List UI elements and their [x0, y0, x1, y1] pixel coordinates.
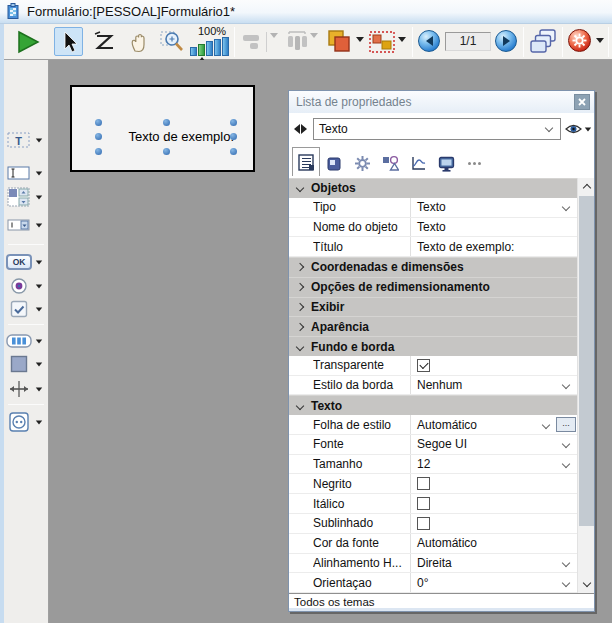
property-value-checkbox[interactable]: [410, 356, 579, 375]
property-value-text[interactable]: Automático: [410, 534, 579, 553]
property-row[interactable]: Transparente: [289, 356, 579, 376]
selection-handle[interactable]: [163, 119, 170, 126]
settings-dropdown-button[interactable]: [596, 38, 604, 43]
next-object-button[interactable]: [301, 124, 307, 134]
tab-property-list[interactable]: [292, 147, 320, 176]
stylesheet-ellipsis-button[interactable]: ...: [556, 417, 576, 432]
previous-object-button[interactable]: [294, 124, 300, 134]
visibility-options-button[interactable]: [565, 119, 593, 139]
previous-page-button[interactable]: [418, 30, 440, 52]
group-dropdown-button[interactable]: [398, 37, 406, 42]
property-group-header[interactable]: Aparência: [289, 316, 579, 336]
selection-handle[interactable]: [95, 133, 102, 140]
property-row[interactable]: Itálico: [289, 494, 579, 514]
next-page-button[interactable]: [495, 30, 517, 52]
selection-handle[interactable]: [230, 148, 237, 155]
property-value-text[interactable]: Texto: [410, 218, 579, 237]
text-object[interactable]: Texto de exemplo:: [98, 122, 234, 151]
property-value-dropdown[interactable]: Texto: [410, 198, 579, 217]
run-form-button[interactable]: [14, 28, 42, 56]
align-objects-button[interactable]: [241, 30, 263, 52]
selection-handle[interactable]: [163, 148, 170, 155]
zoom-level-widget[interactable]: 100%: [188, 25, 236, 59]
panel-close-button[interactable]: [574, 94, 590, 110]
tab-data-source[interactable]: [320, 151, 348, 176]
property-value-checkbox[interactable]: [410, 514, 579, 533]
scroll-up-button[interactable]: [578, 178, 595, 195]
select-tool-button[interactable]: [54, 27, 83, 56]
property-group-header[interactable]: Opções de redimensionamento: [289, 277, 579, 297]
text-tool[interactable]: T: [4, 128, 48, 152]
scroll-down-button[interactable]: [578, 576, 595, 593]
property-row[interactable]: Nome do objetoTexto: [289, 218, 579, 238]
panel-title-bar[interactable]: Lista de propriedades: [289, 91, 594, 113]
property-row[interactable]: TítuloTexto de exemplo:: [289, 237, 579, 257]
checkbox[interactable]: [417, 477, 430, 490]
group-objects-button[interactable]: [368, 30, 396, 54]
property-value-dropdown[interactable]: 12: [410, 455, 579, 474]
tab-action[interactable]: [348, 151, 376, 176]
form-editor-window: Formulário:[PESSOAL]Formulário1* 100%: [0, 0, 612, 623]
page-indicator[interactable]: 1/1: [445, 32, 491, 51]
tab-objects[interactable]: [376, 151, 404, 176]
property-group-header[interactable]: Coordenadas e dimensões: [289, 257, 579, 277]
selection-handle[interactable]: [230, 133, 237, 140]
checkbox-tool[interactable]: [4, 297, 48, 321]
property-value-dropdown[interactable]: Nenhum: [410, 376, 579, 395]
zoom-tool-button[interactable]: [156, 27, 187, 56]
property-row[interactable]: TipoTexto: [289, 198, 579, 218]
property-value-dropdown[interactable]: Direita: [410, 554, 579, 573]
radio-tool[interactable]: [4, 274, 48, 298]
property-row[interactable]: FonteSegoe UI: [289, 435, 579, 455]
form-pages-button[interactable]: [528, 28, 558, 56]
property-value-dropdown-ellipsis[interactable]: Automático...: [410, 415, 579, 434]
layering-button[interactable]: [324, 27, 354, 57]
property-group-header[interactable]: Objetos: [289, 178, 579, 198]
property-group-header[interactable]: Exibir: [289, 297, 579, 317]
checkbox[interactable]: [417, 497, 430, 510]
property-group-header[interactable]: Texto: [289, 395, 579, 415]
selection-handle[interactable]: [95, 148, 102, 155]
checkbox[interactable]: [417, 359, 430, 372]
property-row[interactable]: Alinhamento H...Direita: [289, 554, 579, 574]
property-value-text[interactable]: Texto de exemplo:: [410, 237, 579, 256]
property-row[interactable]: Tamanho12: [289, 455, 579, 475]
button-tool[interactable]: OK: [4, 250, 48, 274]
property-value-checkbox[interactable]: [410, 474, 579, 493]
checkbox[interactable]: [417, 517, 430, 530]
property-value-checkbox[interactable]: [410, 494, 579, 513]
combobox-tool[interactable]: [4, 213, 48, 237]
splitter-tool[interactable]: [4, 377, 48, 401]
align-dropdown-button[interactable]: [270, 33, 278, 38]
tab-more[interactable]: [460, 151, 488, 176]
object-selector-dropdown[interactable]: Texto: [313, 118, 561, 140]
panel-title: Lista de propriedades: [296, 95, 411, 109]
entry-order-tool-button[interactable]: [90, 27, 119, 56]
settings-button[interactable]: [568, 29, 591, 52]
property-value-dropdown[interactable]: Segoe UI: [410, 435, 579, 454]
property-row[interactable]: Negrito: [289, 474, 579, 494]
plugin-tool[interactable]: [4, 410, 48, 434]
property-value: Texto: [417, 220, 446, 234]
scrollbar-thumb[interactable]: [579, 196, 594, 526]
rectangle-tool[interactable]: [4, 352, 48, 376]
distribute-dropdown-button[interactable]: [310, 33, 318, 38]
property-row[interactable]: Estilo da bordaNenhum: [289, 376, 579, 396]
distribute-objects-button[interactable]: [284, 29, 310, 53]
listbox-tool[interactable]: [4, 185, 48, 209]
pan-tool-button[interactable]: [124, 27, 153, 56]
tab-events[interactable]: [404, 151, 432, 176]
button-grid-tool[interactable]: [4, 329, 48, 353]
property-row[interactable]: Sublinhado: [289, 514, 579, 534]
property-value-dropdown[interactable]: 0°: [410, 573, 579, 592]
layering-dropdown-button[interactable]: [356, 37, 364, 42]
property-group-header[interactable]: Fundo e borda: [289, 336, 579, 356]
tab-display[interactable]: [432, 151, 460, 176]
property-row[interactable]: Folha de estiloAutomático...: [289, 415, 579, 435]
selection-handle[interactable]: [95, 119, 102, 126]
property-row[interactable]: Cor da fonteAutomático: [289, 534, 579, 554]
selection-handle[interactable]: [230, 119, 237, 126]
panel-scrollbar[interactable]: [577, 178, 594, 593]
input-tool[interactable]: [4, 161, 48, 185]
property-row[interactable]: Orientaçao0°: [289, 573, 579, 593]
